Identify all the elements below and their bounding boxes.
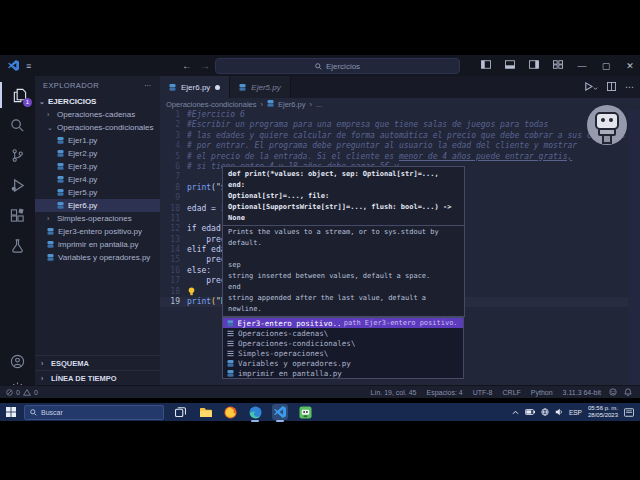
tree-item-ejer3-py[interactable]: Ejer3.py <box>35 160 160 173</box>
tree-item-operaciones-condicionales[interactable]: ⌄Operaciones-condicionales <box>35 121 160 134</box>
maximize-button[interactable]: ▢ <box>600 61 612 71</box>
line-number[interactable]: 13 <box>160 235 187 245</box>
outline-section[interactable]: › ESQUEMA <box>35 355 160 370</box>
close-button[interactable]: ✕ <box>624 61 636 71</box>
taskbar-search-box[interactable]: Buscar <box>24 405 164 420</box>
status-item[interactable]: UTF-8 <box>473 389 493 396</box>
modified-dot-icon[interactable] <box>215 85 220 90</box>
line-number[interactable]: 17 <box>160 276 187 286</box>
line-number[interactable]: 2 <box>160 120 187 130</box>
problems-status[interactable]: 0 0 <box>0 389 38 396</box>
explorer-more-actions-icon[interactable]: ⋯ <box>144 81 152 90</box>
editor-scrollbar[interactable] <box>628 110 640 385</box>
search-view-icon[interactable] <box>0 112 35 138</box>
line-number[interactable]: 11 <box>160 214 187 224</box>
toggle-sidebar-icon[interactable] <box>480 60 492 71</box>
language-indicator[interactable]: ESP <box>569 409 582 416</box>
line-number[interactable]: 16 <box>160 266 187 276</box>
breadcrumb[interactable]: Operaciones-condicionales › Ejer6.py › .… <box>160 98 640 110</box>
customize-layout-icon[interactable] <box>552 60 564 71</box>
split-editor-icon[interactable] <box>607 82 616 93</box>
editor-more-actions-icon[interactable]: ⋯ <box>625 82 634 92</box>
tree-item-ejer4-py[interactable]: Ejer4.py <box>35 173 160 186</box>
suggestion-item[interactable]: Operaciones-cadenas\ <box>223 328 463 338</box>
tab-Ejer6.py[interactable]: Ejer6.py <box>160 76 230 98</box>
line-number[interactable]: 4 <box>160 141 187 151</box>
code-line-1[interactable]: 1#Ejercicio 6 <box>160 110 640 120</box>
line-number[interactable]: 6 <box>160 162 187 172</box>
nav-back-icon[interactable]: ← <box>182 60 192 71</box>
run-python-file-icon[interactable] <box>584 82 598 93</box>
taskbar-clock[interactable]: 05:56 p. m. 28/05/2023 <box>588 405 618 419</box>
command-search-box[interactable]: Ejercicios <box>215 58 460 74</box>
nav-forward-icon[interactable]: → <box>200 60 210 71</box>
explorer-icon[interactable]: 1 <box>0 82 37 108</box>
line-number[interactable]: 18 <box>160 287 187 297</box>
suggestion-item[interactable]: Ejer3-entero positivo...path Ejer3-enter… <box>223 318 463 328</box>
minimize-button[interactable]: — <box>576 61 588 71</box>
source-control-icon[interactable] <box>0 142 35 168</box>
line-number[interactable]: 9 <box>160 193 187 203</box>
code-line-2[interactable]: 2#Escribir un programa para una empresa … <box>160 120 640 130</box>
tab-Ejer5.py[interactable]: Ejer5.py <box>230 76 290 98</box>
testing-icon[interactable] <box>0 232 35 258</box>
suggestion-item[interactable]: imprimir en pantalla.py <box>223 368 463 378</box>
line-number[interactable]: 14 <box>160 245 187 255</box>
status-item[interactable]: Espacios: 4 <box>426 389 462 396</box>
task-view-button[interactable] <box>172 404 188 420</box>
menu-hamburger-icon[interactable]: ≡ <box>26 61 31 71</box>
notifications-bell-icon[interactable] <box>624 388 632 396</box>
tree-item-ejer2-py[interactable]: Ejer2.py <box>35 147 160 160</box>
suggestion-item[interactable]: Simples-operaciones\ <box>223 348 463 358</box>
breadcrumb-folder[interactable]: Operaciones-condicionales <box>166 100 256 109</box>
status-item[interactable]: 3.11.3 64-bit <box>563 389 601 396</box>
extensions-icon[interactable] <box>0 202 35 228</box>
line-number[interactable]: 1 <box>160 110 187 120</box>
tree-item-ejer6-py[interactable]: Ejer6.py <box>35 199 160 212</box>
firefox-button[interactable] <box>222 404 238 420</box>
line-number[interactable]: 15 <box>160 255 187 265</box>
feedback-icon[interactable] <box>609 388 617 396</box>
breadcrumb-file[interactable]: Ejer6.py <box>278 100 306 109</box>
start-button[interactable] <box>0 407 22 417</box>
suggestion-item[interactable]: Operaciones-condicionales\ <box>223 338 463 348</box>
suggestion-item[interactable]: Variables y operadores.py <box>223 358 463 368</box>
robot-app-button[interactable] <box>297 404 313 420</box>
tree-item-imprimir-en-pantalla-py[interactable]: imprimir en pantalla.py <box>35 238 160 251</box>
breadcrumb-symbol[interactable]: ... <box>316 100 322 109</box>
tree-item-variables-y-operadores-py[interactable]: Variables y operadores.py <box>35 251 160 264</box>
battery-icon[interactable] <box>525 409 535 415</box>
vscode-taskbar-button[interactable] <box>272 404 288 420</box>
account-icon[interactable] <box>0 348 35 374</box>
tree-item-operaciones-cadenas[interactable]: ›Operaciones-cadenas <box>35 108 160 121</box>
status-item[interactable]: CRLF <box>503 389 521 396</box>
line-number[interactable]: 5 <box>160 152 187 162</box>
workspace-root-row[interactable]: ⌄ EJERCICIOS <box>35 95 160 108</box>
line-number[interactable]: 8 <box>160 183 187 193</box>
tray-chevron-up-icon[interactable] <box>512 410 519 415</box>
tree-item-ejer3-entero-positivo-py[interactable]: Ejer3-entero positivo.py <box>35 225 160 238</box>
speaker-icon[interactable] <box>555 408 563 416</box>
code-line-3[interactable]: 3# las edades y quiere calcular de forma… <box>160 131 640 141</box>
line-number[interactable]: 19 <box>160 297 187 307</box>
code-line-5[interactable]: 5# el precio de la entrada. Si el client… <box>160 152 640 162</box>
file-explorer-button[interactable] <box>197 404 213 420</box>
toggle-panel-icon[interactable] <box>504 60 516 71</box>
tree-item-ejer1-py[interactable]: Ejer1.py <box>35 134 160 147</box>
network-globe-icon[interactable] <box>541 408 549 416</box>
line-number[interactable]: 12 <box>160 224 187 234</box>
status-item[interactable]: Python <box>531 389 553 396</box>
tree-item-simples-operaciones[interactable]: ›Simples-operaciones <box>35 212 160 225</box>
line-number[interactable]: 3 <box>160 131 187 141</box>
code-line-4[interactable]: 4# por entrar. El programa debe pregunta… <box>160 141 640 151</box>
status-item[interactable]: Lín. 19, col. 45 <box>371 389 417 396</box>
notification-center-icon[interactable] <box>624 408 634 417</box>
line-number[interactable]: 7 <box>160 172 187 182</box>
tree-item-ejer5-py[interactable]: Ejer5.py <box>35 186 160 199</box>
line-number[interactable]: 10 <box>160 204 187 214</box>
timeline-section[interactable]: › LÍNEA DE TIEMPO <box>35 370 160 385</box>
edge-button[interactable] <box>247 404 263 420</box>
lightbulb-icon[interactable] <box>188 287 195 296</box>
run-debug-icon[interactable] <box>0 172 35 198</box>
toggle-secondary-sidebar-icon[interactable] <box>528 60 540 71</box>
